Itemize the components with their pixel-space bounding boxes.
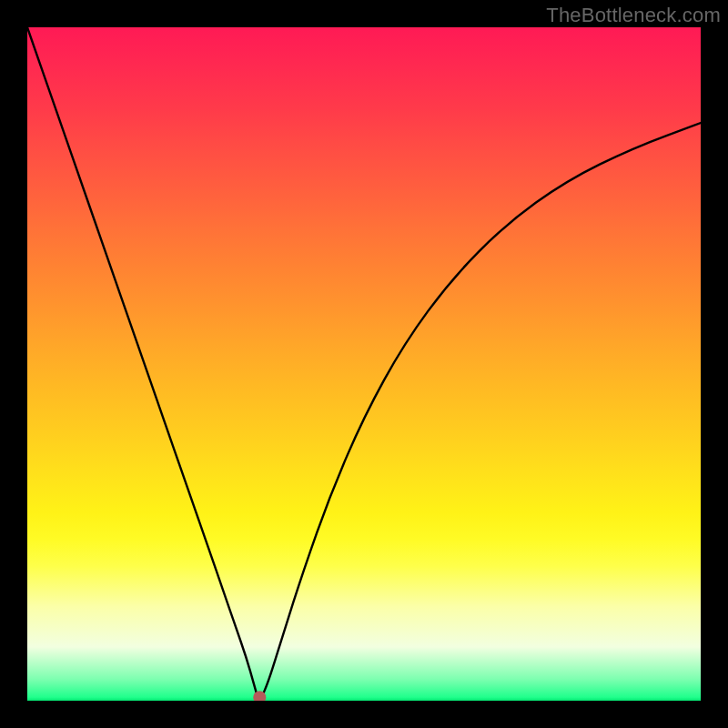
chart-svg [27, 27, 701, 701]
watermark-text: TheBottleneck.com [546, 4, 721, 27]
plot-area [27, 27, 701, 701]
bottleneck-curve [27, 27, 701, 697]
chart-frame: TheBottleneck.com [0, 0, 728, 728]
